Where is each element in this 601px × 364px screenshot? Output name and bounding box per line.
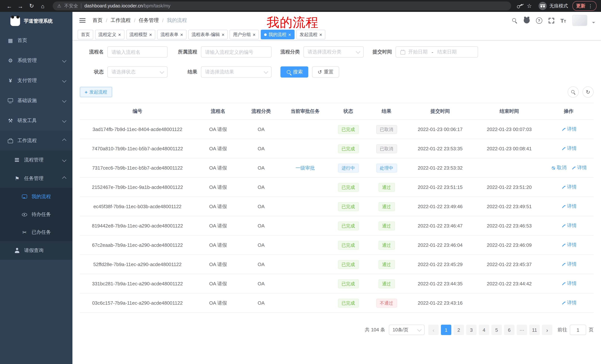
sidebar-item-workflow[interactable]: 工作流程 — [0, 131, 72, 151]
close-icon[interactable]: × — [319, 32, 322, 37]
sidebar-item-done-task[interactable]: 已办任务 — [0, 223, 72, 241]
status-select[interactable]: 请选择状态 — [107, 67, 168, 77]
close-icon[interactable]: × — [222, 32, 225, 37]
sidebar-item-process-management[interactable]: 流程管理 — [0, 151, 72, 169]
page-button-3[interactable]: 3 — [466, 325, 477, 335]
page-button-4[interactable]: 4 — [479, 325, 489, 335]
reload-icon[interactable]: ↻ — [27, 1, 36, 11]
browser-home-icon[interactable]: ⌂ — [38, 1, 48, 11]
start-process-button[interactable]: + 发起流程 — [80, 87, 112, 97]
sidebar-item-my-process[interactable]: 我的流程 — [0, 188, 72, 206]
bookmark-star-icon[interactable]: ☆ — [524, 1, 534, 11]
submit-time-range-picker[interactable]: 开始日期 - 结束日期 — [396, 46, 478, 57]
page-button-5[interactable]: 5 — [491, 325, 502, 335]
page-ellipsis[interactable]: ··· — [517, 325, 527, 335]
actions-cell: 详情 — [544, 120, 594, 139]
fullscreen-icon[interactable] — [549, 18, 554, 23]
hamburger-icon[interactable] — [78, 16, 87, 25]
submit-time-cell: 2022-01-22 23:43:16 — [406, 293, 475, 313]
detail-link[interactable]: 详情 — [561, 241, 577, 248]
search-button[interactable]: 搜索 — [280, 67, 308, 77]
menu-dots-icon[interactable]: ⋮ — [588, 3, 593, 9]
close-icon[interactable]: × — [149, 32, 152, 37]
font-size-icon[interactable]: TT — [560, 18, 566, 23]
forward-icon[interactable]: → — [16, 1, 25, 11]
page-button-11[interactable]: 11 — [529, 325, 540, 335]
page-button-6[interactable]: 6 — [504, 325, 514, 335]
cancel-link[interactable]: 取消 — [551, 164, 566, 171]
sidebar: 芋道管理系统 首页系统管理支付管理基础设施研发工具工作流程流程管理任务管理我的流… — [0, 12, 72, 364]
close-icon[interactable]: × — [253, 32, 256, 37]
profile-chip[interactable]: 无痕模式 — [539, 2, 568, 10]
tab-process-definition[interactable]: 流程定义× — [95, 30, 124, 39]
next-page-button[interactable]: › — [542, 325, 552, 335]
close-icon[interactable]: × — [288, 32, 291, 37]
actions-cell: 详情 — [544, 216, 594, 235]
prev-page-button[interactable]: ‹ — [428, 325, 439, 335]
user-avatar[interactable] — [572, 15, 587, 26]
detail-link[interactable]: 详情 — [561, 261, 577, 268]
sidebar-item-leave-query[interactable]: 请假查询 — [0, 241, 72, 260]
tab-user-group[interactable]: 用户分组× — [230, 30, 259, 39]
close-icon[interactable]: × — [180, 32, 183, 37]
sidebar-item-home[interactable]: 首页 — [0, 30, 72, 50]
status-cell: 已完成 — [329, 139, 367, 158]
detail-link[interactable]: 详情 — [561, 280, 577, 287]
address-bar[interactable]: ⚠ 不安全 dashboard.yudao.iocoder.cn/bpm/tas… — [53, 1, 511, 10]
sidebar-item-todo-task[interactable]: 待办任务 — [0, 206, 72, 223]
breadcrumb-item[interactable]: 工作流程 — [111, 17, 131, 24]
column-header: 操作 — [544, 103, 594, 120]
category-select[interactable]: 请选择流程分类 — [303, 46, 364, 57]
submit-time-cell: 2022-01-23 00:06:17 — [406, 120, 475, 139]
current-task-link[interactable]: 一级审批 — [295, 164, 315, 171]
chevron-down-icon — [62, 78, 67, 83]
detail-link[interactable]: 详情 — [561, 299, 577, 306]
breadcrumb-item[interactable]: 任务管理 — [139, 17, 159, 24]
sidebar-item-dev-tools[interactable]: 研发工具 — [0, 111, 72, 131]
result-cell: 已取消 — [367, 120, 406, 139]
reset-button[interactable]: ↺ 重置 — [312, 67, 339, 77]
sidebar-item-system-management[interactable]: 系统管理 — [0, 50, 72, 70]
logo — [10, 16, 20, 26]
tab-process-model[interactable]: 流程模型× — [126, 30, 155, 39]
tab-process-form[interactable]: 流程表单× — [157, 30, 186, 39]
result-cell: 不通过 — [367, 293, 406, 313]
page-size-select[interactable]: 10条/页 — [389, 325, 425, 335]
current-task-cell — [281, 293, 329, 313]
goto-page-input[interactable] — [570, 325, 586, 335]
sidebar-item-task-management[interactable]: 任务管理 — [0, 169, 72, 188]
tab-home[interactable]: 首页 — [78, 30, 93, 39]
key-icon[interactable] — [515, 1, 524, 10]
result-cell: 通过 — [367, 197, 406, 216]
chevron-up-icon — [62, 176, 67, 181]
pager: ‹ 123456···11 › — [428, 325, 552, 335]
close-icon[interactable]: × — [118, 32, 121, 37]
detail-link[interactable]: 详情 — [561, 203, 577, 210]
page-button-2[interactable]: 2 — [453, 325, 464, 335]
detail-link[interactable]: 详情 — [561, 145, 577, 152]
chevron-down-icon — [62, 98, 67, 103]
result-select[interactable]: 请选择流结果 — [201, 67, 271, 77]
sidebar-item-payment-management[interactable]: 支付管理 — [0, 70, 72, 91]
detail-link[interactable]: 详情 — [561, 126, 577, 133]
help-icon[interactable]: ? — [536, 17, 542, 24]
process-id-cell: 2152467e-7b9b-11ec-9a1b-acde48001122 — [80, 178, 195, 197]
logo-row[interactable]: 芋道管理系统 — [0, 12, 72, 30]
detail-link[interactable]: 详情 — [561, 222, 577, 229]
github-icon[interactable] — [523, 18, 530, 23]
toggle-search-button[interactable] — [568, 86, 579, 98]
detail-link[interactable]: 详情 — [561, 184, 577, 190]
process-name-input[interactable] — [107, 46, 168, 57]
sidebar-item-infrastructure[interactable]: 基础设施 — [0, 91, 72, 111]
refresh-table-button[interactable]: ↻ — [582, 86, 594, 98]
tab-process-form-edit[interactable]: 流程表单-编辑× — [188, 30, 228, 39]
detail-link[interactable]: 详情 — [571, 164, 587, 171]
page-button-1[interactable]: 1 — [441, 325, 451, 335]
search-icon[interactable] — [511, 18, 517, 23]
table-row: 03c6c157-7b9a-11ec-a290-acde48001122OA 请… — [80, 293, 594, 313]
breadcrumb-item[interactable]: 首页 — [92, 17, 102, 24]
current-task-cell — [281, 139, 329, 158]
back-icon[interactable]: ← — [4, 1, 14, 11]
parent-process-input[interactable] — [201, 46, 271, 57]
update-button[interactable]: 更新 ⋮ — [572, 1, 597, 11]
